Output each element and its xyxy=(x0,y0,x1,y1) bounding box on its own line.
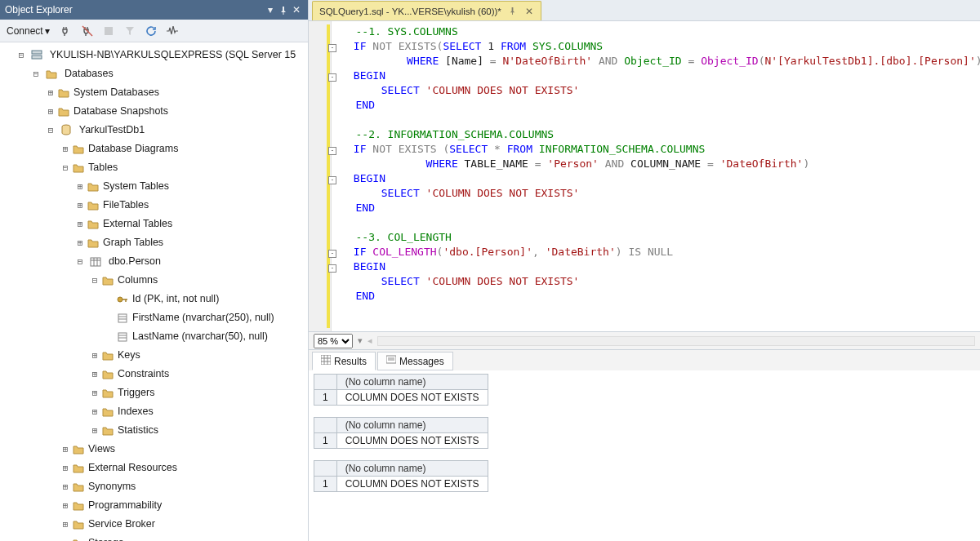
row-header[interactable]: 1 xyxy=(314,477,337,492)
svg-rect-7 xyxy=(118,333,127,341)
tree-item[interactable]: Views xyxy=(88,443,115,455)
window-dropdown-icon[interactable]: ▾ xyxy=(264,4,277,16)
tree-item[interactable]: Database Diagrams xyxy=(88,143,178,154)
tree-databases[interactable]: Databases xyxy=(65,68,114,79)
tree-toggle[interactable]: ⊞ xyxy=(90,384,100,402)
tree-toggle[interactable]: ⊞ xyxy=(75,215,85,233)
tree-toggle[interactable]: ⊞ xyxy=(60,459,70,477)
tree-toggle[interactable]: ⊞ xyxy=(60,441,70,459)
tree-item[interactable]: Synonyms xyxy=(88,481,136,492)
tree-item[interactable]: System Tables xyxy=(103,180,169,192)
table-icon xyxy=(89,255,102,268)
tree-item[interactable]: Triggers xyxy=(118,387,154,398)
tree-toggle[interactable]: ⊟ xyxy=(90,272,100,290)
folder-icon xyxy=(101,349,114,362)
close-icon[interactable]: ✕ xyxy=(524,6,534,17)
tree-toggle[interactable]: ⊞ xyxy=(90,347,100,365)
tree-toggle[interactable]: ⊞ xyxy=(90,366,100,384)
tree-toggle[interactable]: ⊞ xyxy=(60,516,70,534)
tree-toggle[interactable]: ⊞ xyxy=(90,422,100,440)
tree-toggle[interactable]: ⊞ xyxy=(90,403,100,421)
svg-rect-1 xyxy=(32,51,42,54)
tree-toggle[interactable]: ⊞ xyxy=(75,197,85,215)
tree-toggle[interactable]: ⊟ xyxy=(31,65,41,83)
grid-cell[interactable]: COLUMN DOES NOT EXISTS xyxy=(336,433,488,449)
tab-results[interactable]: Results xyxy=(312,352,376,370)
row-header[interactable]: 1 xyxy=(314,390,337,406)
tree-toggle[interactable]: ⊞ xyxy=(60,534,70,541)
tree-item[interactable]: Keys xyxy=(118,349,140,361)
tree-item[interactable]: Service Broker xyxy=(88,518,155,530)
results-area: (No column name) 1COLUMN DOES NOT EXISTS… xyxy=(309,370,980,510)
folder-icon xyxy=(72,143,85,156)
editor-tab[interactable]: SQLQuery1.sql - YK...VERSE\ykulish (60))… xyxy=(312,1,541,20)
tree-item[interactable]: System Databases xyxy=(74,86,159,98)
tree-toggle[interactable]: ⊟ xyxy=(60,159,70,177)
tree-toggle[interactable]: ⊟ xyxy=(46,122,56,140)
tree-item[interactable]: Storage xyxy=(88,537,124,541)
refresh-icon[interactable] xyxy=(143,23,159,39)
tree-toggle[interactable]: ⊞ xyxy=(46,103,56,121)
grid-cell[interactable]: COLUMN DOES NOT EXISTS xyxy=(336,390,488,406)
tree-item[interactable]: Programmability xyxy=(88,499,162,511)
zoom-select[interactable]: 85 % xyxy=(314,334,353,348)
row-header[interactable]: 1 xyxy=(314,433,337,449)
horizontal-scrollbar[interactable] xyxy=(377,336,975,346)
svg-rect-0 xyxy=(105,27,113,35)
grid-icon xyxy=(321,355,331,367)
folder-icon xyxy=(72,518,85,531)
tree-toggle[interactable]: ⊟ xyxy=(75,253,85,271)
tab-messages-label: Messages xyxy=(399,356,444,367)
connect-label: Connect xyxy=(7,25,43,37)
object-explorer-tree[interactable]: ⊟ YKULISH-NB\YARKULSQLEXPRESS (SQL Serve… xyxy=(0,42,308,541)
tree-item[interactable]: External Tables xyxy=(103,218,172,229)
tree-item[interactable]: Id (PK, int, not null) xyxy=(132,293,219,304)
sql-editor[interactable]: --1. SYS.COLUMNS -IF NOT EXISTS(SELECT 1… xyxy=(309,21,980,331)
result-grid-1[interactable]: (No column name) 1COLUMN DOES NOT EXISTS xyxy=(314,374,975,406)
tree-item[interactable]: LastName (nvarchar(50), null) xyxy=(132,330,268,342)
tab-results-label: Results xyxy=(334,356,367,367)
column-header[interactable]: (No column name) xyxy=(336,461,488,477)
connect-plug-icon[interactable] xyxy=(58,23,74,39)
folder-icon xyxy=(101,387,114,400)
filter-icon[interactable] xyxy=(122,23,138,39)
column-header[interactable]: (No column name) xyxy=(336,375,488,390)
connect-dropdown[interactable]: Connect ▾ xyxy=(3,24,53,38)
pin-icon[interactable] xyxy=(508,7,518,16)
tree-toggle[interactable]: ⊞ xyxy=(60,478,70,496)
grid-cell[interactable]: COLUMN DOES NOT EXISTS xyxy=(336,477,488,492)
folder-icon xyxy=(101,406,114,419)
disconnect-plug-icon[interactable] xyxy=(79,23,96,39)
svg-rect-6 xyxy=(118,314,127,322)
key-icon xyxy=(116,293,129,306)
tree-item[interactable]: Indexes xyxy=(118,406,154,417)
result-grid-3[interactable]: (No column name) 1COLUMN DOES NOT EXISTS xyxy=(314,460,975,492)
tree-toggle[interactable]: ⊞ xyxy=(46,84,56,102)
tree-item[interactable]: Tables xyxy=(88,162,118,173)
tree-toggle[interactable]: ⊞ xyxy=(60,497,70,515)
tree-item[interactable]: Database Snapshots xyxy=(74,105,168,117)
folder-icon xyxy=(87,199,100,212)
tree-toggle[interactable]: ⊞ xyxy=(60,140,70,158)
activity-icon[interactable] xyxy=(164,23,180,39)
tree-item[interactable]: Graph Tables xyxy=(103,237,163,248)
tree-item[interactable]: FileTables xyxy=(103,199,149,211)
tree-item[interactable]: FirstName (nvarchar(250), null) xyxy=(132,312,274,323)
tree-toggle[interactable]: ⊟ xyxy=(16,47,26,64)
tree-item[interactable]: External Resources xyxy=(88,462,177,473)
pin-icon[interactable] xyxy=(277,4,290,16)
svg-point-5 xyxy=(118,297,122,302)
tab-messages[interactable]: Messages xyxy=(377,352,453,370)
tree-item[interactable]: Columns xyxy=(118,274,158,286)
tree-toggle[interactable]: ⊞ xyxy=(75,234,85,252)
tree-toggle[interactable]: ⊞ xyxy=(75,178,85,196)
column-header[interactable]: (No column name) xyxy=(336,418,488,433)
close-icon[interactable]: ✕ xyxy=(290,4,303,16)
tree-item[interactable]: Constraints xyxy=(118,368,169,379)
tree-server-label[interactable]: YKULISH-NB\YARKULSQLEXPRESS (SQL Server … xyxy=(50,49,296,60)
tree-item[interactable]: Statistics xyxy=(118,424,158,436)
tree-item[interactable]: dbo.Person xyxy=(109,255,161,267)
tree-item[interactable]: YarkulTestDb1 xyxy=(79,124,145,135)
stop-icon[interactable] xyxy=(100,23,117,39)
result-grid-2[interactable]: (No column name) 1COLUMN DOES NOT EXISTS xyxy=(314,417,975,449)
